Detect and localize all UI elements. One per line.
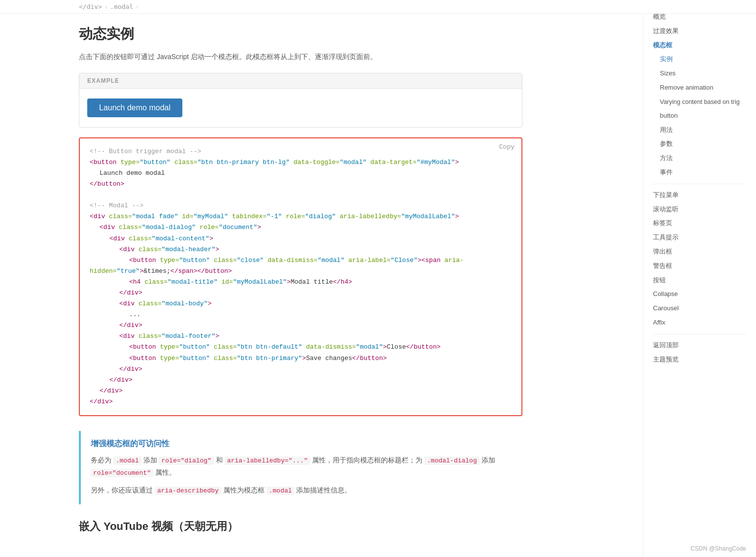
section2: 嵌入 YouTube 视频（天朝无用）: [79, 519, 522, 534]
code-button-text: Launch demo modal: [90, 169, 165, 177]
code-inline-aria-desc: aria-describedby: [155, 487, 221, 495]
code-comment-1: <!-- Button trigger modal -->: [90, 148, 201, 155]
sidebar-item-carousel[interactable]: Carousel: [653, 301, 746, 316]
code-modal-content: <div class="modal-content">: [90, 235, 213, 242]
code-button-open: <button type="button" class="btn btn-pri…: [90, 159, 459, 166]
copy-button[interactable]: Copy: [499, 143, 515, 151]
code-save-btn: <button type="button" class="btn btn-pri…: [90, 355, 387, 362]
info-box: 增强模态框的可访问性 务必为 .modal 添加 role="dialog" 和…: [79, 431, 522, 504]
page-desc: 点击下面的按钮即可通过 JavaScript 启动一个模态框。此模态框将从上到下…: [79, 51, 522, 63]
code-close-button-2: hidden="true">&times;</span></button>: [90, 267, 232, 275]
code-inline-modal-dialog: .modal-dialog: [424, 457, 479, 465]
sidebar-item-dropdown[interactable]: 下拉菜单: [653, 188, 746, 202]
code-end-modal: </div>: [90, 398, 113, 405]
breadcrumb-modal: .modal: [110, 3, 133, 10]
code-button-close: </button>: [90, 180, 124, 188]
section2-title: 嵌入 YouTube 视频（天朝无用）: [79, 519, 522, 534]
breadcrumb-sep2: ›: [136, 3, 138, 10]
code-inline-role-doc: role="document": [91, 469, 153, 477]
sidebar-item-transition[interactable]: 过渡效果: [653, 24, 746, 38]
launch-demo-button[interactable]: Launch demo modal: [87, 98, 182, 117]
breadcrumb-div: </div>: [79, 3, 102, 10]
example-label: EXAMPLE: [79, 73, 522, 89]
sidebar-item-scrollspy[interactable]: 滚动监听: [653, 202, 746, 217]
code-end-body: </div>: [90, 322, 142, 329]
code-h4: <h4 class="modal-title" id="myModalLabel…: [90, 278, 352, 286]
code-block: Copy <!-- Button trigger modal --> <butt…: [79, 137, 522, 416]
sidebar-divider-1: [653, 184, 746, 184]
sidebar-item-usage[interactable]: 用法: [653, 123, 746, 137]
sidebar: 概览 过渡效果 模态框 实例 Sizes Remove animation Va…: [643, 0, 756, 557]
code-modal-div: <div class="modal fade" id="myModal" tab…: [90, 213, 459, 220]
breadcrumb-sep: ›: [105, 3, 107, 10]
code-end-content: </div>: [90, 376, 133, 384]
code-end-dialog: </div>: [90, 387, 123, 394]
info-box-text-2: 另外，你还应该通过 aria-describedby 属性为模态框 .modal…: [91, 484, 513, 496]
info-box-text-1: 务必为 .modal 添加 role="dialog" 和 aria-label…: [91, 454, 513, 479]
code-inline-modal2: .modal: [267, 487, 295, 495]
sidebar-item-popover[interactable]: 弹出框: [653, 245, 746, 259]
code-modal-dialog: <div class="modal-dialog" role="document…: [90, 224, 261, 231]
sidebar-item-theme-preview[interactable]: 主题预览: [653, 353, 746, 367]
code-modal-body-open: <div class="modal-body">: [90, 300, 211, 307]
sidebar-item-methods[interactable]: 方法: [653, 151, 746, 165]
sidebar-item-events[interactable]: 事件: [653, 165, 746, 180]
sidebar-item-button[interactable]: button: [653, 109, 746, 123]
sidebar-item-modal-example[interactable]: 实例: [653, 52, 746, 66]
code-close-btn-footer: <button type="button" class="btn btn-def…: [90, 343, 441, 351]
code-inline-aria: aria-labelledby="...": [225, 457, 310, 465]
sidebar-item-button-main[interactable]: 按钮: [653, 273, 746, 288]
code-end-header: </div>: [90, 289, 142, 296]
sidebar-item-back-top[interactable]: 返回顶部: [653, 338, 746, 353]
sidebar-item-affix[interactable]: Affix: [653, 316, 746, 330]
sidebar-item-modal[interactable]: 模态框: [653, 38, 746, 53]
footer-brand: CSDN @ShangCode: [690, 545, 746, 552]
sidebar-item-varying-content[interactable]: Varying content based on trig: [653, 95, 746, 109]
example-body: Launch demo modal: [79, 89, 522, 127]
sidebar-item-params[interactable]: 参数: [653, 137, 746, 151]
info-box-title: 增强模态框的可访问性: [91, 439, 513, 449]
code-modal-header: <div class="modal-header">: [90, 246, 219, 253]
code-close-button: <button type="button" class="close" data…: [90, 257, 464, 264]
sidebar-item-collapse[interactable]: Collapse: [653, 287, 746, 301]
code-inline-modal: .modal: [113, 457, 141, 465]
code-modal-footer-open: <div class="modal-footer">: [90, 332, 219, 340]
code-inline-role: role="dialog": [159, 457, 213, 465]
example-box: EXAMPLE Launch demo modal: [79, 73, 522, 128]
sidebar-item-tooltip[interactable]: 工具提示: [653, 230, 746, 245]
sidebar-item-remove-animation[interactable]: Remove animation: [653, 81, 746, 95]
sidebar-divider-2: [653, 334, 746, 334]
sidebar-item-tabs[interactable]: 标签页: [653, 216, 746, 230]
code-end-footer: </div>: [90, 365, 142, 373]
code-body-dots: ...: [90, 311, 140, 318]
sidebar-item-modal-sizes[interactable]: Sizes: [653, 66, 746, 81]
sidebar-item-alert[interactable]: 警告框: [653, 259, 746, 273]
code-comment-2: <!-- Modal -->: [90, 202, 143, 209]
page-title: 动态实例: [79, 25, 522, 43]
